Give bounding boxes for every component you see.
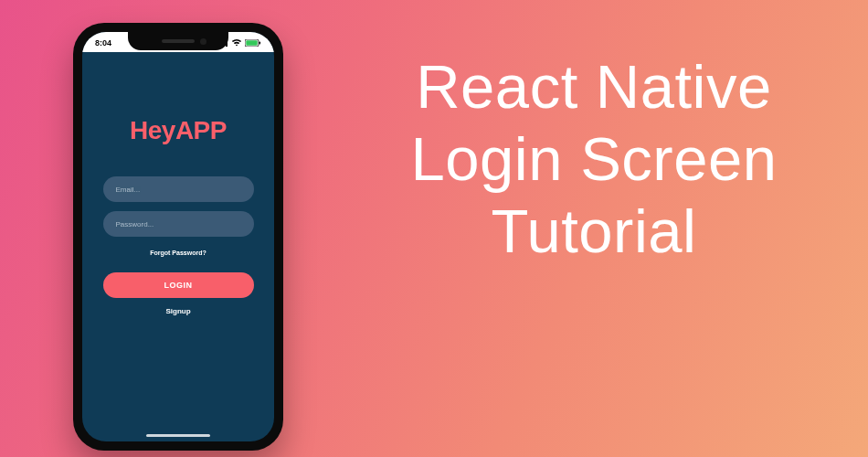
app-logo: HeyAPP <box>130 116 227 145</box>
heading-line-3: Tutorial <box>492 197 697 265</box>
speaker-icon <box>162 39 195 43</box>
login-screen: HeyAPP Forgot Password? LOGIN Signup <box>82 52 274 441</box>
login-button[interactable]: LOGIN <box>103 272 254 298</box>
phone-notch <box>128 32 228 50</box>
wifi-icon <box>231 39 242 47</box>
svg-rect-6 <box>259 42 260 45</box>
page-heading: React Native Login Screen Tutorial <box>365 50 822 267</box>
battery-icon <box>245 39 261 47</box>
status-time: 8:04 <box>95 38 111 48</box>
signup-link[interactable]: Signup <box>165 307 190 315</box>
forgot-password-link[interactable]: Forgot Password? <box>150 250 206 256</box>
home-indicator[interactable] <box>146 434 210 437</box>
phone-mockup: 8:04 HeyAPP Forgot Password? LOGIN Signu… <box>73 23 283 451</box>
phone-screen: 8:04 HeyAPP Forgot Password? LOGIN Signu… <box>82 32 274 441</box>
camera-icon <box>200 38 206 45</box>
password-field[interactable] <box>103 211 254 237</box>
heading-line-1: React Native <box>416 52 772 121</box>
svg-rect-5 <box>246 40 257 45</box>
email-field[interactable] <box>103 176 254 202</box>
heading-line-2: Login Screen <box>411 124 778 193</box>
